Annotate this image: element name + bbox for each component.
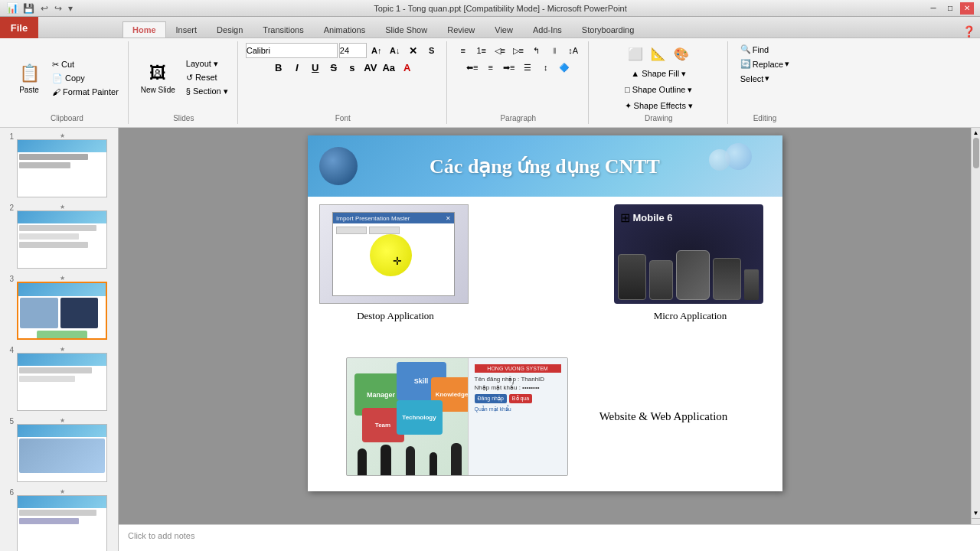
linespace-btn[interactable]: ↕: [537, 60, 554, 75]
tab-transitions[interactable]: Transitions: [253, 21, 313, 37]
tab-storyboarding[interactable]: Storyboarding: [572, 21, 645, 37]
format-painter-button[interactable]: 🖌 Format Painter: [49, 86, 122, 98]
slide-img-5[interactable]: [17, 424, 107, 482]
login-submit-btn[interactable]: Đăng nhập: [475, 394, 507, 403]
find-button[interactable]: 🔍 Find: [736, 43, 794, 56]
tab-view[interactable]: View: [485, 21, 523, 37]
tab-insert[interactable]: Insert: [166, 21, 207, 37]
shape-fill-btn[interactable]: ▲ Shape Fill ▾: [628, 67, 689, 80]
slide-thumb-4[interactable]: 4 ★: [3, 344, 115, 411]
desktop-dialog: Import Presentation Master ✕: [332, 212, 455, 296]
undo-quick-btn[interactable]: ↩: [39, 3, 50, 14]
window-controls: ─ □ ✕: [926, 2, 974, 15]
drawing-group: ⬜ 📐 🎨 ▲ Shape Fill ▾ □ Shape Outline ▾ ✦…: [590, 41, 728, 124]
clear-format-btn[interactable]: ✕: [405, 43, 422, 58]
right-scrollbar[interactable]: ▲ ▼: [971, 128, 980, 524]
slide-img-2[interactable]: [17, 210, 107, 269]
layout-button[interactable]: Layout ▾: [183, 57, 231, 70]
rtl-btn[interactable]: ↰: [528, 43, 545, 58]
dialog-close[interactable]: ✕: [446, 215, 451, 222]
text-direction-btn[interactable]: ↕A: [565, 43, 582, 58]
shrink-font-btn[interactable]: A↓: [387, 43, 403, 58]
underline-btn[interactable]: U: [307, 60, 324, 75]
redo-quick-btn[interactable]: ↪: [53, 3, 64, 14]
shape-effects-btn[interactable]: ✦ Shape Effects ▾: [622, 99, 696, 112]
copy-button[interactable]: 📄 Copy: [49, 72, 122, 85]
charspace-btn[interactable]: AV: [362, 60, 379, 75]
tab-addins[interactable]: Add-Ins: [523, 21, 572, 37]
tab-home[interactable]: Home: [122, 21, 166, 37]
slide-num-6: 6: [3, 487, 14, 497]
scroll-thumb[interactable]: [973, 138, 979, 168]
justify-btn[interactable]: ☰: [519, 60, 536, 75]
paste-button[interactable]: 📋 Paste: [12, 58, 46, 98]
help-btn[interactable]: ❓: [958, 25, 980, 37]
quick-styles-btn[interactable]: 🎨: [671, 43, 692, 64]
select-button[interactable]: Select ▾: [736, 72, 794, 85]
font-family-input[interactable]: [246, 43, 338, 58]
tab-animations[interactable]: Animations: [314, 21, 375, 37]
slide-canvas[interactable]: Các dạng ứng dụng CNTT Import Presentati…: [308, 135, 782, 491]
phone-mockup: [618, 250, 760, 300]
tab-review[interactable]: Review: [437, 21, 485, 37]
login-user-label: Tên đăng nhập : ThanhID: [475, 376, 561, 383]
star-3: ★: [60, 275, 65, 282]
phone-1: [618, 254, 646, 300]
slide-num-1: 1: [3, 131, 14, 141]
login-forgot-link[interactable]: Quản mật khẩu: [475, 406, 561, 412]
tab-slideshow[interactable]: Slide Show: [375, 21, 437, 37]
login-cancel-btn[interactable]: Bỏ qua: [509, 394, 532, 403]
slide-img-4[interactable]: [17, 353, 107, 411]
fontcolor-btn[interactable]: A: [399, 60, 416, 75]
slide-thumb-2[interactable]: 2 ★: [3, 202, 115, 269]
titlebar: 📊 💾 ↩ ↪ ▾ Topic 1 - Tong quan.ppt [Compa…: [0, 0, 980, 17]
arrange-btn[interactable]: 📐: [648, 43, 669, 64]
strikethrough-btn[interactable]: S: [325, 60, 342, 75]
convert-to-smartart-btn[interactable]: 🔷: [556, 60, 573, 75]
columns-btn[interactable]: ⫴: [547, 43, 564, 58]
blue-ball: [319, 147, 358, 185]
slide-thumb-5[interactable]: 5 ★: [3, 416, 115, 482]
minimize-btn[interactable]: ─: [926, 2, 940, 15]
micro-label: Micro Application: [614, 310, 767, 322]
shadow-btn[interactable]: s: [344, 60, 361, 75]
maximize-btn[interactable]: □: [943, 2, 957, 15]
align-left-btn[interactable]: ⬅≡: [464, 60, 481, 75]
increase-indent-btn[interactable]: ▷≡: [510, 43, 527, 58]
changecase-btn[interactable]: Aa: [381, 60, 397, 75]
scroll-expand-btn[interactable]: [972, 518, 980, 524]
windows-logo-icon: ⊞: [620, 210, 630, 225]
customize-quick-btn[interactable]: ▾: [67, 3, 74, 14]
grow-font-btn[interactable]: A↑: [368, 43, 385, 58]
slide-thumb-3[interactable]: 3 ★: [3, 273, 115, 340]
numbering-btn[interactable]: 1≡: [473, 43, 490, 58]
scroll-up-btn[interactable]: ▲: [973, 129, 979, 136]
shape-outline-btn[interactable]: □ Shape Outline ▾: [622, 83, 695, 96]
section-button[interactable]: § Section ▾: [183, 85, 231, 98]
reset-button[interactable]: ↺ Reset: [183, 71, 231, 84]
cut-button[interactable]: ✂ Cut: [49, 58, 122, 71]
replace-button[interactable]: 🔄 Replace ▾: [736, 57, 794, 70]
slide-img-6[interactable]: [17, 495, 107, 551]
save-quick-btn[interactable]: 💾: [21, 3, 36, 14]
italic-btn[interactable]: I: [289, 60, 305, 75]
align-right-btn[interactable]: ➡≡: [501, 60, 518, 75]
bold-btn[interactable]: B: [270, 60, 287, 75]
scroll-down-btn[interactable]: ▼: [973, 510, 979, 517]
tab-design[interactable]: Design: [207, 21, 253, 37]
slide-img-3[interactable]: [17, 282, 107, 340]
window-title: Topic 1 - Tong quan.ppt [Compatibility M…: [74, 4, 926, 13]
align-center-btn[interactable]: ≡: [482, 60, 499, 75]
close-btn[interactable]: ✕: [960, 2, 974, 15]
font-size-input[interactable]: [339, 43, 367, 58]
notes-area[interactable]: Click to add notes: [119, 524, 980, 551]
shapes-btn[interactable]: ⬜: [625, 43, 646, 64]
slide-thumb-6[interactable]: 6 ★: [3, 487, 115, 551]
file-button[interactable]: File: [0, 17, 38, 38]
new-slide-button[interactable]: 🖼 New Slide: [136, 58, 180, 98]
slide-thumb-1[interactable]: 1 ★: [3, 131, 115, 197]
decrease-indent-btn[interactable]: ◁≡: [492, 43, 508, 58]
bullets-btn[interactable]: ≡: [455, 43, 472, 58]
slide-img-1[interactable]: [17, 139, 107, 197]
text-shadow-btn[interactable]: S: [423, 43, 440, 58]
